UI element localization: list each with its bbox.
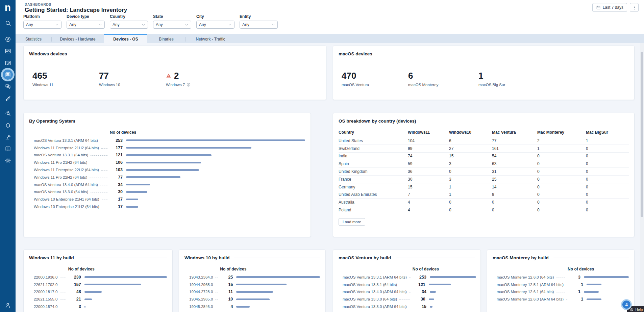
- more-options-button[interactable]: [630, 3, 639, 12]
- time-range-button[interactable]: Last 7 days: [592, 3, 627, 12]
- kpi-number: 470: [342, 71, 356, 80]
- table-cell: Switzerland: [339, 145, 408, 152]
- chart-row: Windows 11 Pro 22H2 (64 bits)77: [34, 174, 305, 181]
- filter-select-entity[interactable]: Any: [240, 21, 278, 29]
- bar: [126, 206, 138, 208]
- chart-row: 22000.1817.048: [34, 288, 167, 296]
- table-cell: Spain: [339, 160, 408, 168]
- column-header-windows11[interactable]: Windows11: [408, 128, 449, 137]
- dotted-leader: [100, 185, 107, 185]
- sidebar-item-adopt[interactable]: [2, 95, 14, 102]
- help-notification-bubble[interactable]: 4: [621, 299, 632, 310]
- breadcrumb[interactable]: DASHBOARDS: [25, 3, 51, 6]
- table-row: Poland40000: [339, 206, 629, 214]
- filter-select-country[interactable]: Any: [110, 21, 148, 29]
- chart-value: 17: [110, 197, 123, 202]
- bar-track: [126, 176, 305, 178]
- card-title: Windows devices: [29, 51, 321, 57]
- metrics-icon: [5, 48, 11, 54]
- app-logo[interactable]: n: [0, 1, 16, 14]
- chart-value: 1: [570, 282, 583, 287]
- chevron-down-icon: [98, 23, 102, 27]
- chart-value: 77: [110, 175, 123, 180]
- tab-devices-os[interactable]: Devices - OS: [104, 34, 147, 43]
- help-buoy-icon: [630, 308, 634, 312]
- filter-selected-value: Any: [113, 22, 120, 27]
- sidebar-item-engage[interactable]: [2, 83, 14, 90]
- bar-track: [84, 276, 167, 278]
- table-cell: United States: [339, 137, 408, 145]
- bar-chart: No of devices22000.1936.023022621.1702.0…: [29, 265, 167, 310]
- filter-selected-value: Any: [26, 22, 33, 27]
- filter-select-state[interactable]: Any: [153, 21, 191, 29]
- chart-category-label: 22000.1936.0: [34, 275, 57, 279]
- chart-row: 19044.2728.011: [189, 288, 320, 296]
- filter-selected-value: Any: [156, 22, 163, 27]
- dotted-leader: [566, 299, 568, 300]
- kpi-label: macOS Big Sur: [478, 83, 505, 87]
- chart-value: 34: [110, 182, 123, 187]
- dotted-leader: [215, 285, 218, 285]
- table-cell: 63: [492, 160, 537, 168]
- chart-category-label: Windows 11 Enterprise 21H2 (64 bits): [34, 146, 99, 150]
- chart-category-label: macOS Ventura 13.3.1 (64 bits): [343, 283, 397, 287]
- sidebar-item-user[interactable]: [0, 302, 16, 309]
- sidebar-nav: [0, 20, 16, 164]
- chart-row: macOS Monterey 12.6.0 (64 bits)3: [497, 274, 629, 281]
- table-cell: 30: [408, 175, 449, 183]
- column-header-mac-monterey[interactable]: Mac Monterey: [537, 128, 586, 137]
- filter-select-platform[interactable]: Any: [23, 21, 61, 29]
- tab-binaries[interactable]: Binaries: [147, 34, 185, 43]
- kpi-windows-10: 77Windows 10: [99, 71, 120, 87]
- table-cell: 7: [408, 191, 449, 199]
- info-icon[interactable]: [187, 83, 191, 87]
- sidebar-item-home[interactable]: [2, 36, 14, 43]
- sidebar-item-monitoring[interactable]: [2, 48, 14, 54]
- filter-select-city[interactable]: Any: [196, 21, 234, 29]
- kpi-windows-11: 465Windows 11: [32, 71, 53, 87]
- filter-device-type: Device typeAny: [67, 14, 105, 29]
- tab-devices-hardware[interactable]: Devices - Hardware: [51, 34, 104, 43]
- sidebar-item-search[interactable]: [2, 20, 14, 26]
- kpi-value: 1: [478, 71, 505, 80]
- sidebar-item-investigate[interactable]: [2, 110, 14, 116]
- sidebar-item-dashboards[interactable]: [2, 71, 14, 78]
- chevron-down-icon: [142, 23, 145, 27]
- filter-select-device-type[interactable]: Any: [67, 21, 105, 29]
- column-header-windows10[interactable]: Windows10: [449, 128, 492, 137]
- bar: [126, 191, 147, 193]
- column-header-mac-ventura[interactable]: Mac Ventura: [492, 128, 537, 137]
- bar: [584, 291, 599, 293]
- vertical-scrollbar[interactable]: [640, 43, 644, 312]
- robot-arm-icon: [5, 134, 11, 140]
- sidebar-item-automation[interactable]: [2, 133, 14, 140]
- tab-statistics[interactable]: Statistics: [16, 34, 51, 43]
- kpi-macos-ventura: 470macOS Ventura: [342, 71, 369, 87]
- chart-row: 22000.1574.03: [34, 303, 167, 310]
- sidebar-item-settings[interactable]: [2, 157, 14, 164]
- load-more-button[interactable]: Load more: [339, 218, 365, 226]
- sidebar-item-alerts[interactable]: [2, 122, 14, 128]
- column-header-mac-bigsur[interactable]: Mac BigSur: [586, 128, 629, 137]
- chart-category-label: 22000.1817.0: [34, 290, 57, 294]
- tab-network-traffic[interactable]: Network - Traffic: [185, 34, 236, 43]
- sidebar-item-content[interactable]: [2, 59, 14, 66]
- dashboards-icon: [5, 72, 11, 78]
- table-cell: United Arab Emirates: [339, 191, 408, 199]
- filter-platform: PlatformAny: [23, 14, 61, 29]
- filter-selected-value: Any: [199, 22, 206, 27]
- kpi-value: 2: [166, 71, 191, 80]
- table-row: Switzerland992716110: [339, 145, 629, 152]
- filter-city: CityAny: [196, 14, 234, 29]
- column-header-country[interactable]: Country: [339, 128, 408, 137]
- dotted-leader: [215, 292, 218, 292]
- bar: [430, 276, 476, 278]
- filter-label: Device type: [67, 14, 105, 19]
- dotted-leader: [399, 285, 410, 285]
- filter-label: State: [153, 14, 191, 19]
- chart-value: 157: [68, 282, 81, 287]
- card-title: OS breakdown by country (devices): [339, 118, 629, 124]
- table-row: India74155400: [339, 152, 629, 160]
- scrollbar-thumb[interactable]: [641, 52, 643, 217]
- sidebar-item-library[interactable]: [2, 145, 14, 152]
